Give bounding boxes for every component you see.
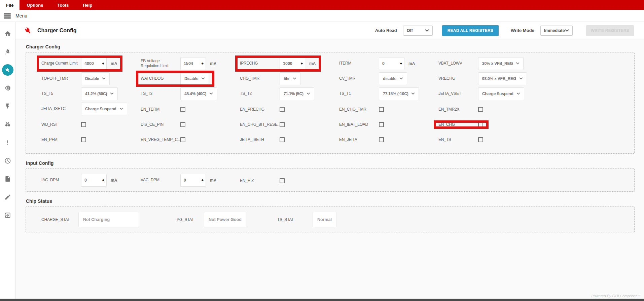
menu-label[interactable]: Menu — [15, 13, 27, 18]
powered-by-label: Powered By GUI Composer™ — [591, 294, 641, 298]
spinner-icon[interactable]: ◆ — [301, 62, 303, 65]
charge-current-limit-input[interactable]: 4000◆ — [81, 57, 107, 70]
jeita-vset-select[interactable]: Charge Suspend — [478, 87, 524, 100]
sidebar-item-charger-config[interactable] — [0, 61, 15, 79]
field-vrechg: VRECHG 93.0% x VFB_REG — [438, 72, 527, 85]
plug-icon — [3, 66, 12, 75]
read-all-registers-button[interactable]: READ ALL REGISTERS — [442, 25, 499, 36]
field-jeita-vset: JEITA_VSET Charge Suspend — [438, 87, 524, 100]
sidebar-item-launch[interactable] — [0, 43, 15, 61]
field-wd-rst: WD_RST — [41, 122, 86, 127]
sidebar-item-exit[interactable] — [0, 206, 15, 224]
active-indicator — [2, 64, 13, 76]
charge-stat-value-box: Not Charging — [78, 212, 139, 227]
iprechg-input[interactable]: 1000◆ — [280, 57, 305, 70]
en-term-checkbox[interactable] — [180, 107, 185, 112]
binoculars-icon — [4, 121, 11, 128]
spinner-icon[interactable]: ◆ — [102, 62, 104, 65]
spinner-icon[interactable]: ◆ — [202, 179, 204, 182]
menubar-item-file[interactable]: File — [0, 0, 20, 10]
field-iac-dpm: IAC_DPM 0◆ mA — [41, 174, 117, 187]
fb-voltage-input[interactable]: 1504◆ — [180, 57, 206, 70]
menubar-item-options[interactable]: Options — [20, 0, 50, 10]
jeita-isetc-select[interactable]: Charge Suspend — [81, 103, 127, 115]
en-pfm-checkbox[interactable] — [81, 137, 86, 142]
spinner-icon[interactable]: ◆ — [400, 62, 402, 65]
jeita-iseth-checkbox[interactable] — [280, 137, 285, 142]
field-charge-stat: CHARGE_STAT Not Charging — [41, 212, 139, 227]
dis-ce-pin-checkbox[interactable] — [180, 122, 185, 127]
field-vbat-lowv: VBAT_LOWV 30% x VFB_REG — [438, 57, 524, 70]
field-dis-ce-pin: DIS_CE_PIN — [141, 122, 185, 127]
en-vreg-temp-checkbox[interactable] — [180, 137, 185, 142]
field-ts-t3: TS_T3 48.4% (40C) — [141, 87, 217, 100]
spinner-icon[interactable]: ◆ — [202, 62, 204, 65]
topoff-tmr-select[interactable]: Disable — [81, 72, 110, 85]
en-jeita-checkbox[interactable] — [379, 137, 384, 142]
sidebar — [0, 22, 15, 301]
sidebar-item-edit[interactable] — [0, 188, 15, 206]
exit-icon — [4, 212, 11, 219]
cv-tmr-select[interactable]: disable — [379, 72, 407, 85]
sidebar-item-files[interactable] — [0, 170, 15, 188]
ts-t5-select[interactable]: 41.2% (50C) — [81, 87, 118, 100]
en-ts-checkbox[interactable] — [478, 137, 483, 142]
en-chg-checkbox[interactable] — [478, 122, 483, 127]
exclamation-icon — [4, 139, 11, 146]
input-config-panel: IAC_DPM 0◆ mA VAC_DPM 0◆ mV EN_HIZ — [26, 168, 635, 192]
field-iterm: ITERM 0◆ mA — [339, 57, 415, 70]
bolt-icon — [4, 103, 11, 110]
watchdog-select[interactable]: Disable — [180, 72, 209, 85]
sidebar-item-inspect[interactable] — [0, 115, 15, 134]
charger-config-panel: Charge Current Limit 4000◆ mA FB Voltage… — [26, 52, 635, 154]
iterm-input[interactable]: 0◆ — [379, 57, 404, 70]
sidebar-item-alerts[interactable] — [0, 134, 15, 152]
chevron-down-icon — [411, 92, 415, 95]
chevron-down-icon — [307, 92, 310, 95]
ts-t2-select[interactable]: 71.1% (5C) — [280, 87, 314, 100]
chevron-down-icon — [201, 77, 205, 80]
sidebar-item-registers[interactable] — [0, 79, 15, 97]
field-pg-stat: PG_STAT Not Power Good — [177, 212, 246, 227]
write-mode-label: Write Mode — [511, 28, 534, 33]
ts-t1-select[interactable]: 77.15% (-10C) — [379, 87, 419, 100]
menubar-item-help[interactable]: Help — [76, 0, 99, 10]
vrechg-select[interactable]: 93.0% x VFB_REG — [478, 72, 527, 85]
en-tmr2x-checkbox[interactable] — [478, 107, 483, 112]
sidebar-item-history[interactable] — [0, 152, 15, 170]
chevron-down-icon — [519, 77, 523, 80]
en-prechg-checkbox[interactable] — [280, 107, 285, 112]
sidebar-item-home[interactable] — [0, 25, 15, 43]
spinner-icon[interactable]: ◆ — [102, 179, 104, 182]
vac-dpm-input[interactable]: 0◆ — [180, 174, 206, 187]
chevron-down-icon — [516, 92, 520, 95]
pencil-icon — [4, 194, 11, 200]
sidebar-item-power[interactable] — [0, 97, 15, 115]
home-icon — [4, 30, 11, 37]
hamburger-menu-icon[interactable] — [4, 13, 11, 18]
page-title: Charger Config — [37, 28, 76, 34]
field-ts-t1: TS_T1 77.15% (-10C) — [339, 87, 419, 100]
vbat-lowv-select[interactable]: 30% x VFB_REG — [478, 57, 524, 70]
field-en-pfm: EN_PFM — [41, 137, 86, 142]
write-registers-button: WRITE REGISTERS — [586, 25, 634, 36]
field-jeita-isetc: JEITA_ISETC Charge Suspend — [41, 103, 127, 115]
en-chg-bit-reset-checkbox[interactable] — [280, 122, 285, 127]
field-topoff-tmr: TOPOFF_TMR Disable — [41, 72, 110, 85]
write-mode-select[interactable]: Immediate — [540, 26, 573, 36]
ts-stat-value-box: Normal — [313, 212, 336, 227]
chg-tmr-select[interactable]: 5hr — [280, 72, 300, 85]
chevron-down-icon — [110, 92, 114, 95]
chevron-down-icon — [119, 108, 123, 110]
en-hiz-checkbox[interactable] — [280, 178, 285, 183]
wd-rst-checkbox[interactable] — [81, 122, 86, 127]
auto-read-select[interactable]: Off — [403, 26, 433, 36]
iac-dpm-input[interactable]: 0◆ — [81, 174, 107, 187]
field-en-chg-tmr: EN_CHG_TMR — [339, 107, 384, 112]
field-charge-current-limit: Charge Current Limit 4000◆ mA — [41, 57, 117, 70]
ts-t3-select[interactable]: 48.4% (40C) — [180, 87, 217, 100]
chevron-down-icon — [516, 62, 520, 65]
menubar-item-tools[interactable]: Tools — [50, 0, 76, 10]
en-ibat-load-checkbox[interactable] — [379, 122, 384, 127]
en-chg-tmr-checkbox[interactable] — [379, 107, 384, 112]
